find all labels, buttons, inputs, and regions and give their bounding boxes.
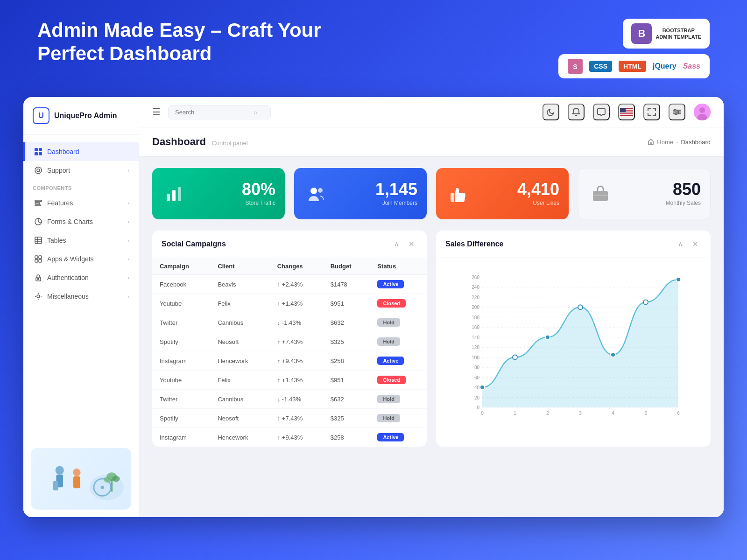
dark-mode-button[interactable] bbox=[543, 104, 559, 120]
authentication-chevron: › bbox=[127, 275, 129, 280]
status-badge: Hold bbox=[377, 414, 400, 422]
svg-rect-2 bbox=[35, 148, 38, 151]
change-value: ↑ +1.43% bbox=[270, 294, 323, 313]
svg-point-54 bbox=[318, 188, 323, 193]
user-avatar[interactable] bbox=[694, 104, 711, 120]
stat-card-monthly-sales: 850 Monthly Sales bbox=[578, 168, 711, 219]
chat-button[interactable] bbox=[593, 104, 610, 120]
miscellaneous-icon bbox=[34, 292, 42, 301]
campaign-name: Youtube bbox=[152, 371, 210, 390]
col-campaign: Campaign bbox=[152, 258, 210, 275]
settings-icon bbox=[673, 108, 681, 116]
svg-point-46 bbox=[675, 113, 677, 115]
stat-card-user-likes: 4,410 User Likes bbox=[436, 168, 569, 219]
social-campaigns-card: Social Campaigns ∧ ✕ Campaign Client bbox=[152, 231, 427, 447]
main-content: 80% Store Traffic bbox=[139, 157, 724, 517]
status-badge: Active bbox=[377, 357, 404, 365]
change-value: ↓ -1.43% bbox=[270, 390, 323, 409]
sidebar-item-forms-charts[interactable]: Forms & Charts › bbox=[23, 212, 139, 231]
collapse-button[interactable]: ∧ bbox=[391, 239, 402, 249]
chart-collapse-button[interactable]: ∧ bbox=[675, 239, 686, 249]
sidebar-item-support[interactable]: Support › bbox=[23, 161, 139, 180]
language-button[interactable] bbox=[618, 104, 635, 120]
jquery-badge: jQuery bbox=[653, 62, 677, 70]
forms-charts-chevron: › bbox=[127, 219, 129, 224]
chart-dot bbox=[676, 277, 681, 282]
sales-chart-header: Sales Difference ∧ ✕ bbox=[436, 231, 711, 258]
header-banner: Admin Made Easy – Craft Your Perfect Das… bbox=[0, 0, 747, 92]
y-axis-label: 0 bbox=[477, 405, 479, 410]
sidebar-item-tables[interactable]: Tables › bbox=[23, 231, 139, 250]
campaign-name: Youtube bbox=[152, 294, 210, 313]
html5-badge: HTML bbox=[619, 61, 646, 72]
table-row: Facebook Beavis ↑ +2.43% $1478 Active bbox=[152, 275, 427, 294]
search-bar[interactable]: ⌕ bbox=[168, 105, 271, 119]
change-value: ↑ +9.43% bbox=[270, 428, 323, 447]
svg-rect-4 bbox=[35, 152, 38, 155]
svg-point-45 bbox=[677, 111, 679, 113]
sidebar-promo bbox=[31, 448, 131, 510]
settings-button[interactable] bbox=[669, 104, 685, 120]
banner-title: Admin Made Easy – Craft Your Perfect Das… bbox=[37, 19, 364, 66]
status-cell: Active bbox=[370, 428, 427, 447]
svg-rect-17 bbox=[39, 256, 42, 259]
sidebar-item-dashboard[interactable]: Dashboard bbox=[23, 142, 139, 161]
svg-rect-16 bbox=[35, 256, 38, 259]
monthly-sales-icon bbox=[588, 181, 613, 206]
col-changes: Changes bbox=[270, 258, 323, 275]
search-input[interactable] bbox=[175, 109, 250, 116]
sidebar-logo: U UniquePro Admin bbox=[23, 97, 139, 135]
store-traffic-icon bbox=[162, 181, 187, 206]
sidebar-item-label-dashboard: Dashboard bbox=[47, 148, 79, 155]
svg-point-24 bbox=[56, 466, 64, 475]
chart-close-button[interactable]: ✕ bbox=[690, 239, 701, 249]
x-axis-label: 0 bbox=[481, 411, 484, 416]
svg-rect-20 bbox=[36, 277, 41, 281]
hamburger-button[interactable]: ☰ bbox=[152, 106, 161, 118]
flag-icon bbox=[620, 108, 633, 116]
status-badge: Hold bbox=[377, 395, 400, 403]
bootstrap-icon: B bbox=[631, 23, 652, 44]
svg-rect-50 bbox=[167, 194, 170, 201]
chart-container: 020406080100120140160180200220240260 012… bbox=[436, 258, 711, 426]
sidebar-item-label-miscellaneous: Miscellaneous bbox=[47, 293, 89, 300]
sales-chart-title: Sales Difference bbox=[445, 240, 504, 248]
expand-button[interactable] bbox=[643, 104, 660, 120]
chart-drawing: 0123456 bbox=[480, 277, 681, 416]
search-icon: ⌕ bbox=[254, 109, 257, 116]
store-traffic-value: 80% bbox=[242, 181, 275, 198]
stats-row: 80% Store Traffic bbox=[139, 157, 724, 231]
sidebar-item-miscellaneous[interactable]: Miscellaneous › bbox=[23, 287, 139, 306]
client-name: Cannibus bbox=[210, 313, 269, 332]
svg-point-21 bbox=[38, 279, 39, 280]
card-actions: ∧ ✕ bbox=[391, 239, 417, 249]
budget-value: $951 bbox=[323, 294, 370, 313]
sidebar-item-authentication[interactable]: Authentication › bbox=[23, 268, 139, 287]
svg-point-22 bbox=[37, 295, 40, 298]
budget-value: $1478 bbox=[323, 275, 370, 294]
status-cell: Hold bbox=[370, 409, 427, 428]
page-subtitle: Control panel bbox=[211, 140, 247, 147]
table-row: Twitter Cannibus ↓ -1.43% $632 Hold bbox=[152, 390, 427, 409]
budget-value: $325 bbox=[323, 332, 370, 351]
chart-area-fill bbox=[482, 280, 678, 407]
col-client: Client bbox=[210, 258, 269, 275]
tables-icon bbox=[34, 236, 42, 245]
sidebar-item-features[interactable]: Features › bbox=[23, 194, 139, 212]
budget-value: $258 bbox=[323, 428, 370, 447]
notifications-button[interactable] bbox=[568, 104, 585, 120]
bootstrap-label: BOOTSTRAPADMIN TEMPLATE bbox=[655, 27, 701, 41]
sidebar-item-label-tables: Tables bbox=[47, 237, 66, 244]
client-name: Neosoft bbox=[210, 332, 269, 351]
css3-badge: CSS bbox=[589, 61, 612, 72]
sidebar-logo-icon: U bbox=[33, 107, 49, 124]
close-card-button[interactable]: ✕ bbox=[406, 239, 417, 249]
change-value: ↑ +9.43% bbox=[270, 351, 323, 371]
breadcrumb-current: Dashboard bbox=[681, 139, 711, 146]
status-badge: Closed bbox=[377, 299, 406, 308]
sidebar-item-label-support: Support bbox=[47, 167, 70, 174]
features-icon bbox=[34, 199, 42, 207]
sidebar-item-apps-widgets[interactable]: Apps & Widgets › bbox=[23, 250, 139, 268]
table-row: Youtube Felix ↑ +1.43% $951 Closed bbox=[152, 371, 427, 390]
campaign-name: Spotify bbox=[152, 332, 210, 351]
